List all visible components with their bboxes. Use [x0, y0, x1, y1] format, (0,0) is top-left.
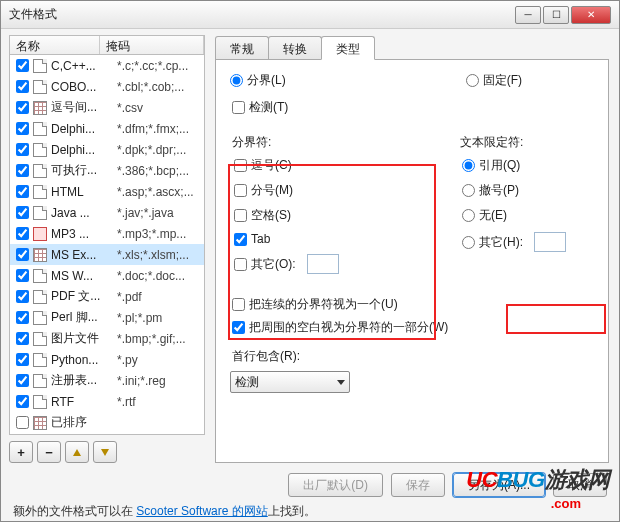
check-comma[interactable]: 逗号(C)	[234, 157, 430, 174]
maximize-button[interactable]: ☐	[543, 6, 569, 24]
row-mode: 分界(L) 固定(F)	[230, 72, 594, 89]
radio-other-tq[interactable]: 其它(H):	[462, 232, 566, 252]
table-row[interactable]: 已排序	[10, 412, 204, 433]
row-name: Delphi...	[51, 122, 117, 136]
row-checkbox[interactable]	[16, 395, 29, 408]
table-row[interactable]: MS W...*.doc;*.doc...	[10, 265, 204, 286]
row-checkbox[interactable]	[16, 185, 29, 198]
row-mask: *.rtf	[117, 395, 200, 409]
check-consecutive[interactable]: 把连续的分界符视为一个(U)	[232, 296, 594, 313]
save-as-button[interactable]: 另存为(A)...	[453, 473, 545, 497]
delimiter-group: 分界符: 逗号(C) 分号(M) 空格(S) Tab 其它(O):	[230, 128, 430, 282]
add-button[interactable]: +	[9, 441, 33, 463]
file-type-icon	[33, 101, 47, 115]
table-row[interactable]: COBO...*.cbl;*.cob;...	[10, 76, 204, 97]
close-button[interactable]: ✕	[571, 6, 611, 24]
row-checkbox[interactable]	[16, 101, 29, 114]
firstline-select[interactable]: 检测	[230, 371, 350, 393]
file-type-icon	[33, 206, 47, 220]
move-down-button[interactable]	[93, 441, 117, 463]
radio-quote[interactable]: 引用(Q)	[462, 157, 566, 174]
save-button[interactable]: 保存	[391, 473, 445, 497]
row-checkbox[interactable]	[16, 353, 29, 366]
check-tab[interactable]: Tab	[234, 232, 430, 246]
table-row[interactable]: C,C++...*.c;*.cc;*.cp...	[10, 55, 204, 76]
scooter-link[interactable]: Scooter Software 的网站	[136, 504, 267, 518]
check-detect[interactable]: 检测(T)	[232, 99, 594, 116]
table-row[interactable]: RTF*.rtf	[10, 391, 204, 412]
row-checkbox[interactable]	[16, 290, 29, 303]
file-type-icon	[33, 269, 47, 283]
move-up-button[interactable]	[65, 441, 89, 463]
other-tq-input[interactable]	[534, 232, 566, 252]
row-checkbox[interactable]	[16, 311, 29, 324]
check-detect-input[interactable]	[232, 101, 245, 114]
table-row[interactable]: Delphi...*.dpk;*.dpr;...	[10, 139, 204, 160]
table-row[interactable]: Python...*.py	[10, 349, 204, 370]
file-type-icon	[33, 80, 47, 94]
row-name: 逗号间...	[51, 99, 117, 116]
cancel-button[interactable]: 取消	[553, 473, 607, 497]
row-checkbox[interactable]	[16, 248, 29, 261]
tab-convert[interactable]: 转换	[268, 36, 322, 60]
table-row[interactable]: MP3 ...*.mp3;*.mp...	[10, 223, 204, 244]
radio-delimited-input[interactable]	[230, 74, 243, 87]
radio-delimited[interactable]: 分界(L)	[230, 72, 286, 89]
chevron-down-icon	[337, 380, 345, 385]
window-title: 文件格式	[9, 6, 515, 23]
table-row[interactable]: 可执行...*.386;*.bcp;...	[10, 160, 204, 181]
row-checkbox[interactable]	[16, 227, 29, 240]
row-checkbox[interactable]	[16, 143, 29, 156]
text-qualifier-group: 文本限定符: 引用(Q) 撤号(P) 无(E) 其它(H):	[458, 128, 566, 282]
file-format-list[interactable]: C,C++...*.c;*.cc;*.cp...COBO...*.cbl;*.c…	[9, 55, 205, 435]
row-mask: *.386;*.bcp;...	[117, 164, 200, 178]
radio-fixed[interactable]: 固定(F)	[466, 72, 522, 89]
row-checkbox[interactable]	[16, 122, 29, 135]
factory-defaults-button[interactable]: 出厂默认(D)	[288, 473, 383, 497]
check-other-delim[interactable]: 其它(O):	[234, 254, 430, 274]
table-row[interactable]: 图片文件*.bmp;*.gif;...	[10, 328, 204, 349]
remove-button[interactable]: −	[37, 441, 61, 463]
table-row[interactable]: MS Ex...*.xls;*.xlsm;...	[10, 244, 204, 265]
row-name: MP3 ...	[51, 227, 117, 241]
type-panel: 分界(L) 固定(F) 检测(T) 分界符:	[215, 59, 609, 463]
table-row[interactable]: 逗号间...*.csv	[10, 97, 204, 118]
row-name: C,C++...	[51, 59, 117, 73]
tab-general[interactable]: 常规	[215, 36, 269, 60]
col-mask[interactable]: 掩码	[100, 36, 204, 54]
table-row[interactable]: PDF 文...*.pdf	[10, 286, 204, 307]
row-name: 注册表...	[51, 372, 117, 389]
file-type-icon	[33, 395, 47, 409]
radio-revoke[interactable]: 撤号(P)	[462, 182, 566, 199]
row-checkbox[interactable]	[16, 374, 29, 387]
check-space[interactable]: 空格(S)	[234, 207, 430, 224]
minimize-button[interactable]: ─	[515, 6, 541, 24]
file-type-icon	[33, 122, 47, 136]
tab-type[interactable]: 类型	[321, 36, 375, 60]
row-checkbox[interactable]	[16, 164, 29, 177]
row-mask: *.dfm;*.fmx;...	[117, 122, 200, 136]
dialog-window: 文件格式 ─ ☐ ✕ 名称 掩码 C,C++...*.c;*.cc;*.cp..…	[0, 0, 620, 522]
table-row[interactable]: Delphi...*.dfm;*.fmx;...	[10, 118, 204, 139]
row-checkbox[interactable]	[16, 59, 29, 72]
other-delim-input[interactable]	[307, 254, 339, 274]
col-name[interactable]: 名称	[10, 36, 100, 54]
table-row[interactable]: 注册表...*.ini;*.reg	[10, 370, 204, 391]
table-row[interactable]: HTML*.asp;*.ascx;...	[10, 181, 204, 202]
row-checkbox[interactable]	[16, 80, 29, 93]
table-row[interactable]: Java ...*.jav;*.java	[10, 202, 204, 223]
table-row[interactable]: Perl 脚...*.pl;*.pm	[10, 307, 204, 328]
row-checkbox[interactable]	[16, 332, 29, 345]
radio-none[interactable]: 无(E)	[462, 207, 566, 224]
row-mask: *.ini;*.reg	[117, 374, 200, 388]
row-name: Python...	[51, 353, 117, 367]
row-checkbox[interactable]	[16, 206, 29, 219]
content-area: 名称 掩码 C,C++...*.c;*.cc;*.cp...COBO...*.c…	[1, 29, 619, 469]
check-semicolon[interactable]: 分号(M)	[234, 182, 430, 199]
row-name: 图片文件	[51, 330, 117, 347]
row-checkbox[interactable]	[16, 416, 29, 429]
row-checkbox[interactable]	[16, 269, 29, 282]
radio-fixed-input[interactable]	[466, 74, 479, 87]
check-trim-blank[interactable]: 把周围的空白视为分界符的一部分(W)	[232, 319, 594, 336]
list-buttons: + −	[9, 441, 205, 463]
